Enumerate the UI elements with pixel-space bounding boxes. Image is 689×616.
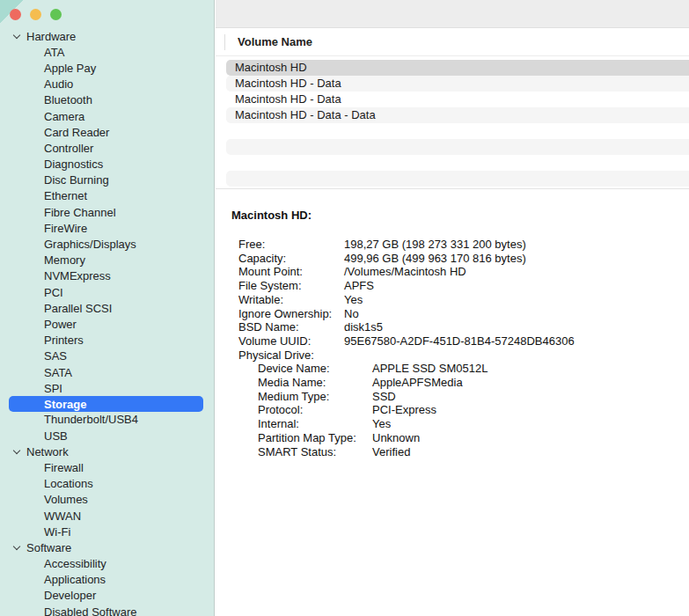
field-label: Device Name: xyxy=(258,362,372,376)
detail-field-device-name: Device Name: APPLE SSD SM0512L xyxy=(231,362,689,376)
zoom-icon[interactable] xyxy=(50,9,62,20)
sidebar-item-applications[interactable]: Applications xyxy=(0,572,214,588)
sidebar-item-usb[interactable]: USB xyxy=(0,428,214,444)
field-value: No xyxy=(344,307,359,321)
volume-row-3[interactable]: Macintosh HD - Data - Data xyxy=(226,107,689,123)
field-label: Medium Type: xyxy=(258,390,372,404)
sidebar-item-firewall[interactable]: Firewall xyxy=(0,459,214,475)
sidebar-item-graphics-displays[interactable]: Graphics/Displays xyxy=(0,236,214,252)
sidebar-item-label: Graphics/Displays xyxy=(44,238,136,251)
details-pane: Macintosh HD: Free: 198,27 GB (198 273 3… xyxy=(216,189,689,458)
detail-field-medium-type: Medium Type: SSD xyxy=(231,390,689,404)
sidebar-item-spi[interactable]: SPI xyxy=(0,380,214,396)
volume-name-cell: Macintosh HD - Data xyxy=(235,92,341,106)
sidebar-item-power[interactable]: Power xyxy=(0,316,214,332)
sidebar-item-label: SATA xyxy=(44,366,72,379)
volume-table: Macintosh HD Macintosh HD - Data Macinto… xyxy=(216,60,689,187)
sidebar-item-label: Diagnostics xyxy=(44,158,103,171)
sidebar-item-label: SAS xyxy=(44,349,67,363)
sidebar-item-ata[interactable]: ATA xyxy=(0,44,214,60)
sidebar-item-accessibility[interactable]: Accessibility xyxy=(0,556,214,572)
field-value: 95E67580-A2DF-451D-81B4-57248DB46306 xyxy=(344,334,575,348)
sidebar-item-label: Bluetooth xyxy=(44,93,92,106)
sidebar-item-wi-fi[interactable]: Wi-Fi xyxy=(0,524,214,539)
main-pane: Volume Name Macintosh HD Macintosh HD - … xyxy=(216,0,689,616)
sidebar-item-camera[interactable]: Camera xyxy=(0,108,214,124)
sidebar-item-firewire[interactable]: FireWire xyxy=(0,220,214,236)
sidebar-item-label: Memory xyxy=(44,253,85,267)
volume-row-0[interactable]: Macintosh HD xyxy=(226,60,689,76)
sidebar-item-memory[interactable]: Memory xyxy=(0,253,214,268)
field-label: Protocol: xyxy=(258,403,372,417)
volume-row-1[interactable]: Macintosh HD - Data xyxy=(226,76,689,92)
volume-name-cell: Macintosh HD - Data - Data xyxy=(235,108,376,121)
sidebar-item-label: USB xyxy=(44,429,68,443)
sidebar-item-sas[interactable]: SAS xyxy=(0,348,214,364)
sidebar-item-label: Ethernet xyxy=(44,189,87,202)
sidebar-item-controller[interactable]: Controller xyxy=(0,140,214,156)
system-information-window: Hardware ATA Apple Pay Audio Bluetooth C… xyxy=(0,0,689,616)
volume-table-header[interactable]: Volume Name xyxy=(216,28,689,56)
detail-field-partition-map-type: Partition Map Type: Unknown xyxy=(231,431,689,445)
sidebar-item-nvmexpress[interactable]: NVMExpress xyxy=(0,268,214,284)
sidebar-item-thunderbolt-usb4[interactable]: Thunderbolt/USB4 xyxy=(0,412,214,428)
sidebar-item-label: SPI xyxy=(44,382,62,395)
sidebar-item-printers[interactable]: Printers xyxy=(0,333,214,348)
field-value: PCI-Express xyxy=(372,403,436,417)
sidebar-item-parallel-scsi[interactable]: Parallel SCSI xyxy=(0,300,214,316)
sidebar-item-apple-pay[interactable]: Apple Pay xyxy=(0,60,214,76)
field-value: 198,27 GB (198 273 331 200 bytes) xyxy=(344,238,526,252)
sidebar-section-software[interactable]: Software xyxy=(0,539,214,555)
sidebar-item-locations[interactable]: Locations xyxy=(0,476,214,492)
volume-row-2[interactable]: Macintosh HD - Data xyxy=(216,92,689,107)
sidebar-section-hardware[interactable]: Hardware xyxy=(0,28,214,44)
sidebar-item-pci[interactable]: PCI xyxy=(0,284,214,300)
sidebar-item-bluetooth[interactable]: Bluetooth xyxy=(0,92,214,108)
sidebar-item-label: Audio xyxy=(44,77,73,91)
minimize-icon[interactable] xyxy=(30,9,41,20)
field-label: SMART Status: xyxy=(258,445,372,459)
field-label: Ignore Ownership: xyxy=(238,307,344,321)
sidebar-section-network[interactable]: Network xyxy=(0,444,214,459)
sidebar-item-disc-burning[interactable]: Disc Burning xyxy=(0,172,214,188)
sidebar-item-diagnostics[interactable]: Diagnostics xyxy=(0,157,214,172)
sidebar-item-developer[interactable]: Developer xyxy=(0,588,214,604)
sidebar-item-fibre-channel[interactable]: Fibre Channel xyxy=(0,204,214,220)
detail-field-physical-drive: Physical Drive: xyxy=(231,348,689,363)
sidebar-item-label: Developer xyxy=(44,589,96,602)
empty-row xyxy=(226,139,689,155)
sidebar-item-card-reader[interactable]: Card Reader xyxy=(0,124,214,140)
sidebar-item-volumes[interactable]: Volumes xyxy=(0,492,214,508)
field-value: APPLE SSD SM0512L xyxy=(372,362,488,376)
field-label: Volume UUID: xyxy=(238,334,344,348)
detail-field-free: Free: 198,27 GB (198 273 331 200 bytes) xyxy=(231,238,689,252)
sidebar-item-label: Apple Pay xyxy=(44,62,96,75)
field-label: Internal: xyxy=(258,417,372,431)
sidebar-item-audio[interactable]: Audio xyxy=(0,77,214,92)
chevron-down-icon xyxy=(11,31,22,42)
field-label: Free: xyxy=(238,238,344,252)
sidebar-item-label: Volumes xyxy=(44,493,88,506)
sidebar-item-label: Printers xyxy=(44,334,84,347)
field-value: Verified xyxy=(372,445,410,459)
field-label: Writable: xyxy=(238,293,344,307)
sidebar-item-wwan[interactable]: WWAN xyxy=(0,508,214,524)
sidebar-item-sata[interactable]: SATA xyxy=(0,364,214,380)
sidebar-item-ethernet[interactable]: Ethernet xyxy=(0,188,214,204)
detail-field-ignore-ownership: Ignore Ownership: No xyxy=(231,307,689,321)
detail-field-volume-uuid: Volume UUID: 95E67580-A2DF-451D-81B4-572… xyxy=(231,334,689,348)
sidebar-item-storage[interactable]: Storage xyxy=(9,396,203,412)
details-fields: Free: 198,27 GB (198 273 331 200 bytes) … xyxy=(231,238,689,458)
window-controls xyxy=(10,9,62,20)
sidebar-item-label: Disabled Software xyxy=(44,605,137,616)
detail-field-capacity: Capacity: 499,96 GB (499 963 170 816 byt… xyxy=(231,252,689,266)
sidebar-item-label: ATA xyxy=(44,46,64,59)
sidebar-item-disabled-software[interactable]: Disabled Software xyxy=(0,604,214,616)
volume-name-cell: Macintosh HD - Data xyxy=(235,77,341,90)
detail-field-file-system: File System: APFS xyxy=(231,279,689,293)
detail-field-internal: Internal: Yes xyxy=(231,417,689,431)
sidebar-item-label: PCI xyxy=(44,286,63,299)
close-icon[interactable] xyxy=(10,9,21,20)
sidebar-item-label: Locations xyxy=(44,477,93,490)
sidebar-item-label: Controller xyxy=(44,142,93,155)
